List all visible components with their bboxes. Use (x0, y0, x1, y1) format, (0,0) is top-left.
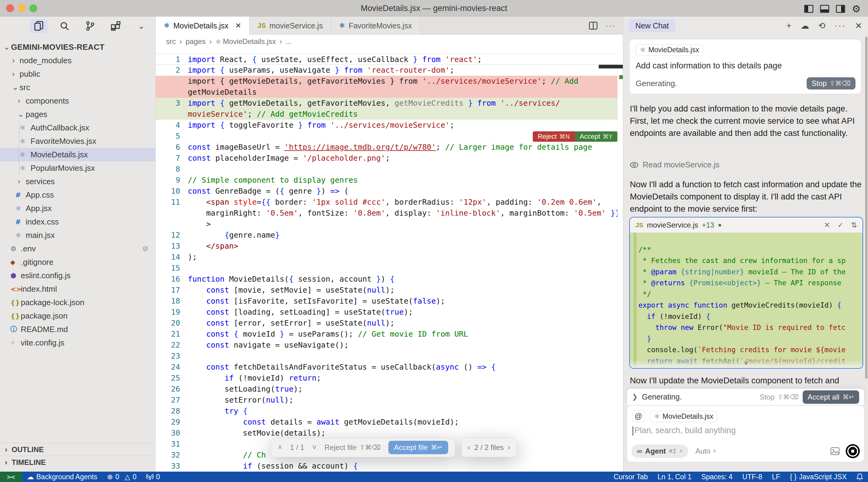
tree-item-app-jsx[interactable]: ⚛App.jsx (0, 202, 156, 215)
breadcrumb-item[interactable]: ... (285, 37, 291, 46)
tree-item--gitignore[interactable]: ⬥.gitignore (0, 255, 156, 269)
tree-item-moviedetails-jsx[interactable]: ⚛MovieDetails.jsx (0, 148, 156, 161)
toggle-left-panel-icon[interactable] (804, 5, 813, 13)
background-agents-item[interactable]: ☁Background Agents (22, 472, 102, 482)
tree-item-main-jsx[interactable]: ⚛main.jsx (0, 229, 156, 242)
stop-all-button[interactable]: Stop⇧⌘⌫ (760, 393, 799, 401)
toggle-bottom-panel-icon[interactable] (820, 5, 829, 13)
accept-file-button[interactable]: Accept file⌘↵ (389, 441, 448, 454)
user-prompt-text: Add cast information to this details pag… (636, 61, 855, 70)
tree-item-gemini-movies-react[interactable]: ⌄GEMINI-MOVIES-REACT (0, 40, 156, 54)
code-line: 9// Simple component to display genres (156, 175, 617, 186)
tree-item-vite-config-js[interactable]: ⚡vite.config.js (0, 336, 156, 350)
scroll-down-icon[interactable]: ˅ (744, 360, 748, 367)
context-file-chip[interactable]: ⚛MovieDetails.jsx (636, 44, 703, 56)
expand-diff-icon[interactable]: ⇅ (851, 221, 857, 230)
history-icon[interactable]: ⟲ (818, 21, 825, 31)
chevron-down-icon[interactable]: ⌄ (132, 19, 150, 33)
code-line: 22 const navigate = useNavigate(); (156, 340, 617, 351)
indent-guide (19, 121, 19, 175)
problems-item[interactable]: ⊗0△0 (102, 472, 142, 482)
status-lf[interactable]: LF (767, 472, 785, 482)
stop-generation-button[interactable] (846, 444, 860, 458)
code-editor[interactable]: 1import React, { useState, useEffect, us… (156, 48, 623, 472)
chevron-right-icon[interactable]: ❯ (632, 393, 638, 401)
status-ln-1-col-1[interactable]: Ln 1, Col 1 (653, 472, 696, 482)
accept-diff-icon[interactable]: ✓ (837, 221, 844, 230)
chat-input-field[interactable]: Plan, search, build anything (632, 426, 736, 435)
attach-image-icon[interactable] (831, 447, 840, 455)
tree-item-node-modules[interactable]: ›node_modules (0, 54, 156, 67)
mention-button[interactable]: @ (632, 410, 645, 422)
radio-tower-icon (146, 474, 154, 480)
tab-new-chat[interactable]: New Chat (629, 19, 676, 32)
timeline-section[interactable]: ›TIMELINE (0, 456, 156, 469)
split-editor-icon[interactable] (589, 22, 597, 30)
breadcrumb[interactable]: src›pages›⚛ MovieDetails.jsx›... (156, 35, 623, 48)
prev-file-icon[interactable]: ‹ (468, 443, 470, 452)
cloud-icon[interactable]: ☁ (801, 21, 809, 31)
close-diff-icon[interactable]: ✕ (824, 221, 830, 230)
accept-all-button[interactable]: Accept all⌘↵ (803, 390, 859, 404)
tab-favoritemovies-jsx[interactable]: ⚛FavoriteMovies.jsx (331, 17, 420, 35)
agent-mode-selector[interactable]: ∞Agent⌘I˄ (631, 445, 688, 458)
tree-item-index-html[interactable]: <>index.html (0, 282, 156, 296)
tree-item-package-lock-json[interactable]: {}package-lock.json (0, 296, 156, 309)
status-utf-8[interactable]: UTF-8 (737, 472, 767, 482)
more-options-icon[interactable]: ··· (835, 21, 846, 31)
close-panel-icon[interactable]: ✕ (855, 21, 862, 31)
next-change-icon[interactable]: ˅ (312, 443, 317, 452)
outline-section[interactable]: ›OUTLINE (0, 443, 156, 456)
search-icon[interactable] (56, 19, 73, 33)
breadcrumb-item[interactable]: ⚛ MovieDetails.jsx (215, 37, 276, 46)
tree-item-services[interactable]: ›services (0, 175, 156, 188)
diff-code-block[interactable]: /** * Fetches the cast and crew informat… (630, 233, 863, 368)
tree-item-index-css[interactable]: #index.css (0, 215, 156, 229)
tree-item-favoritemovies-jsx[interactable]: ⚛FavoriteMovies.jsx (0, 134, 156, 148)
source-control-icon[interactable] (81, 19, 99, 33)
context-file-chip[interactable]: ⚛MovieDetails.jsx (650, 411, 717, 422)
status-javascript-jsx[interactable]: { }JavaScript JSX (785, 472, 851, 482)
tree-item-eslint-config-js[interactable]: ⬢eslint.config.js (0, 269, 156, 282)
toggle-right-panel-icon[interactable] (836, 5, 845, 13)
extensions-icon[interactable] (107, 19, 125, 33)
status-spaces-4[interactable]: Spaces: 4 (696, 472, 737, 482)
settings-gear-icon[interactable]: ⚙ (852, 3, 861, 14)
explorer-icon[interactable] (30, 19, 48, 33)
reject-change-button[interactable]: Reject⌘N (533, 131, 575, 142)
prev-change-icon[interactable]: ˄ (278, 443, 282, 452)
tab-moviedetails-jsx[interactable]: ⚛MovieDetails.jsx✕ (156, 17, 249, 35)
chat-scrollbar[interactable] (865, 37, 867, 379)
diff-added-marker (619, 75, 623, 79)
tree-item-app-css[interactable]: #App.css (0, 188, 156, 202)
diff-file-name[interactable]: movieService.js (647, 221, 698, 230)
status-cursor-tab[interactable]: Cursor Tab (609, 472, 653, 482)
chat-input-card[interactable]: @ ⚛MovieDetails.jsx Plan, search, build … (627, 405, 864, 462)
tree-item-public[interactable]: ›public (0, 67, 156, 81)
next-file-icon[interactable]: › (508, 443, 510, 452)
new-chat-plus-icon[interactable]: + (786, 21, 792, 31)
stop-button[interactable]: Stop⇧⌘⌫ (807, 77, 856, 90)
breadcrumb-item[interactable]: src (166, 37, 176, 46)
tree-item-components[interactable]: ›components (0, 94, 156, 108)
more-actions-icon[interactable]: ··· (606, 21, 616, 30)
notifications-bell-icon[interactable] (851, 472, 868, 482)
remote-indicator[interactable]: >< (0, 472, 22, 482)
tree-item--env[interactable]: ⚙.env⊘ (0, 242, 156, 255)
ports-item[interactable]: 0 (142, 472, 165, 482)
close-tab-icon[interactable]: ✕ (235, 21, 241, 30)
scrollbar-overview-ruler[interactable] (617, 48, 623, 472)
tree-item-pages[interactable]: ⌄pages (0, 108, 156, 121)
tree-item-authcallback-jsx[interactable]: ⚛AuthCallback.jsx (0, 121, 156, 134)
accept-change-button[interactable]: Accept⌘Y (575, 131, 617, 142)
tree-item-popularmovies-jsx[interactable]: ⚛PopularMovies.jsx (0, 161, 156, 175)
react-icon: ⚛ (15, 205, 21, 212)
tree-item-src[interactable]: ⌄src (0, 81, 156, 94)
reject-file-button[interactable]: Reject file⇧⌘⌫ (324, 443, 381, 452)
tree-item-package-json[interactable]: {}package.json (0, 309, 156, 323)
breadcrumb-item[interactable]: pages (186, 37, 206, 46)
model-selector[interactable]: Auto˄ (695, 447, 716, 455)
tool-call-row[interactable]: Read movieService.js (630, 160, 719, 170)
tab-movieservice-js[interactable]: JSmovieService.js (249, 17, 331, 35)
tree-item-readme-md[interactable]: ⓘREADME.md (0, 323, 156, 336)
